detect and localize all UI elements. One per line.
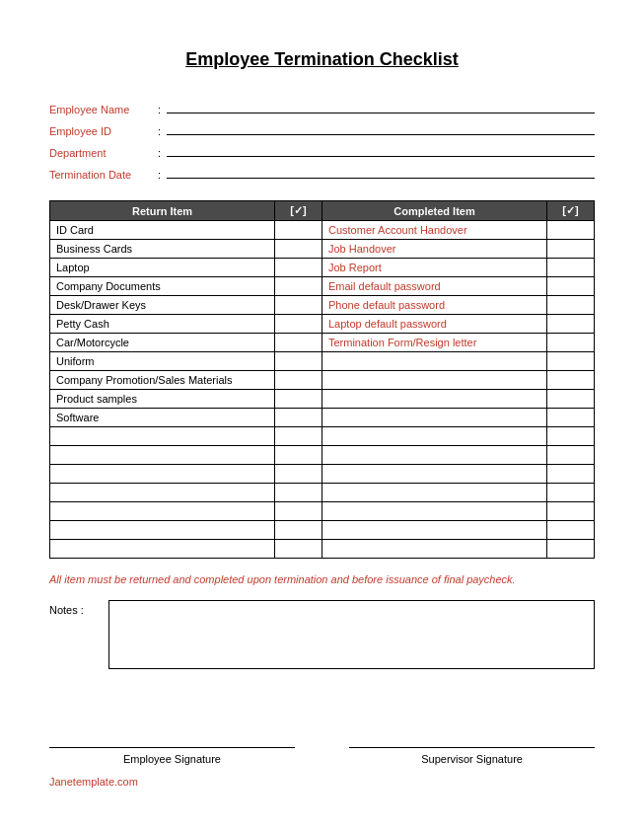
completed-item-cell [322, 484, 546, 502]
table-row: Petty Cash Laptop default password [50, 315, 595, 334]
return-item-cell [50, 484, 275, 502]
header-completed-item: Completed Item [322, 201, 546, 221]
completed-check-cell[interactable] [546, 465, 594, 484]
completed-item-cell: Laptop default password [322, 315, 546, 334]
return-item-cell [50, 446, 275, 465]
completed-check-cell[interactable] [546, 352, 594, 371]
completed-check-cell[interactable] [546, 446, 594, 465]
completed-check-cell[interactable] [546, 296, 594, 315]
return-check-cell[interactable] [275, 240, 322, 259]
supervisor-signature-block: Supervisor Signature [349, 728, 595, 766]
return-item-cell [50, 502, 275, 521]
return-check-cell[interactable] [275, 334, 322, 352]
employee-id-line[interactable] [167, 121, 595, 135]
header-check2: [✓] [546, 201, 594, 221]
table-row: Software [50, 409, 595, 427]
return-check-cell[interactable] [275, 409, 322, 427]
table-row: Car/Motorcycle Termination Form/Resign l… [50, 334, 595, 352]
termination-date-label: Termination Date [49, 169, 158, 181]
completed-check-cell[interactable] [546, 390, 594, 409]
completed-check-cell[interactable] [546, 540, 594, 559]
employee-signature-line [49, 728, 295, 748]
notes-input[interactable] [108, 600, 595, 669]
completed-check-cell[interactable] [546, 240, 594, 259]
return-item-cell: ID Card [50, 221, 275, 240]
completed-item-cell [322, 465, 546, 484]
completed-check-cell[interactable] [546, 277, 594, 296]
return-check-cell[interactable] [275, 484, 322, 502]
return-check-cell[interactable] [275, 277, 322, 296]
return-check-cell[interactable] [275, 427, 322, 446]
table-row [50, 540, 595, 559]
colon-3: : [158, 147, 161, 159]
table-header-row: Return Item [✓] Completed Item [✓] [50, 201, 595, 221]
return-check-cell[interactable] [275, 371, 322, 390]
table-row: Company Documents Email default password [50, 277, 595, 296]
return-check-cell[interactable] [275, 221, 322, 240]
header-return-item: Return Item [50, 201, 275, 221]
checklist-table: Return Item [✓] Completed Item [✓] ID Ca… [49, 200, 595, 559]
table-row [50, 521, 595, 540]
employee-signature-block: Employee Signature [49, 728, 295, 766]
employee-name-line[interactable] [167, 100, 595, 113]
return-item-cell: Product samples [50, 390, 275, 409]
notes-section: Notes : [49, 600, 595, 669]
return-item-cell [50, 521, 275, 540]
table-row [50, 502, 595, 521]
completed-check-cell[interactable] [546, 371, 594, 390]
return-item-cell [50, 427, 275, 446]
completed-check-cell[interactable] [546, 334, 594, 352]
completed-item-cell: Phone default password [322, 296, 546, 315]
table-row: Company Promotion/Sales Materials [50, 371, 595, 390]
table-row: Uniform [50, 352, 595, 371]
employee-name-label: Employee Name [49, 104, 158, 115]
return-item-cell: Business Cards [50, 240, 275, 259]
return-check-cell[interactable] [275, 502, 322, 521]
return-check-cell[interactable] [275, 540, 322, 559]
completed-check-cell[interactable] [546, 409, 594, 427]
department-label: Department [49, 147, 158, 159]
completed-item-cell [322, 352, 546, 371]
termination-date-line[interactable] [167, 165, 595, 179]
department-line[interactable] [167, 143, 595, 157]
completed-check-cell[interactable] [546, 521, 594, 540]
return-check-cell[interactable] [275, 315, 322, 334]
employee-id-row: Employee ID : [49, 121, 595, 137]
completed-item-cell: Job Report [322, 259, 546, 277]
page-title: Employee Termination Checklist [49, 49, 595, 70]
return-check-cell[interactable] [275, 446, 322, 465]
table-row [50, 484, 595, 502]
return-check-cell[interactable] [275, 296, 322, 315]
notes-label: Notes : [49, 600, 108, 616]
colon-4: : [158, 169, 161, 181]
return-check-cell[interactable] [275, 352, 322, 371]
completed-item-cell: Job Handover [322, 240, 546, 259]
completed-check-cell[interactable] [546, 427, 594, 446]
table-row: ID Card Customer Account Handover [50, 221, 595, 240]
return-check-cell[interactable] [275, 390, 322, 409]
completed-check-cell[interactable] [546, 315, 594, 334]
table-row: Product samples [50, 390, 595, 409]
completed-check-cell[interactable] [546, 221, 594, 240]
colon-2: : [158, 125, 161, 137]
return-item-cell: Laptop [50, 259, 275, 277]
return-item-cell: Software [50, 409, 275, 427]
completed-check-cell[interactable] [546, 484, 594, 502]
completed-item-cell: Email default password [322, 277, 546, 296]
colon-1: : [158, 104, 161, 115]
table-row [50, 465, 595, 484]
completed-item-cell [322, 502, 546, 521]
return-item-cell: Uniform [50, 352, 275, 371]
table-row: Business Cards Job Handover [50, 240, 595, 259]
completed-item-cell [322, 446, 546, 465]
employee-id-label: Employee ID [49, 125, 158, 137]
footer-text: Janetemplate.com [49, 776, 595, 788]
completed-item-cell [322, 540, 546, 559]
return-check-cell[interactable] [275, 259, 322, 277]
completed-check-cell[interactable] [546, 259, 594, 277]
employee-name-row: Employee Name : [49, 100, 595, 115]
return-item-cell: Car/Motorcycle [50, 334, 275, 352]
return-check-cell[interactable] [275, 521, 322, 540]
completed-check-cell[interactable] [546, 502, 594, 521]
return-check-cell[interactable] [275, 465, 322, 484]
